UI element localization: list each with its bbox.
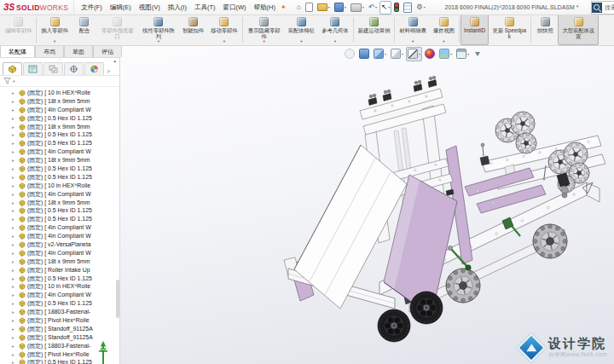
large-assembly-settings-button[interactable]: 大型装配体设置 (558, 14, 599, 45)
tree-item-13[interactable]: ▸(固定) [ 18t x 9mm 5mm (0, 199, 119, 207)
view-settings-button[interactable]: ▾ (455, 47, 471, 61)
view-orientation-dropdown-caret[interactable]: ▾ (402, 52, 403, 56)
featuremanager-design-tree-tab[interactable] (3, 62, 22, 75)
tree-item-5[interactable]: ▸(固定) [ 0.5 Hex ID 1.125 (0, 130, 119, 139)
view-settings-dropdown-caret[interactable]: ▾ (467, 52, 469, 56)
tree-scroll-up-icon[interactable]: ▲ (113, 59, 117, 63)
expand-arrow-icon[interactable]: ▸ (12, 183, 17, 188)
tree-item-20[interactable]: ▸(固定) [ 18t x 9mm 5mm (0, 257, 119, 266)
tree-item-3[interactable]: ▸(固定) [ 0.5 Hex ID 1.125 (0, 114, 119, 123)
tree-item-16[interactable]: ▸(固定) [ 4in Compliant W (0, 223, 119, 232)
tree-item-9[interactable]: ▸(固定) [ 0.5 Hex ID 1.125 (0, 165, 119, 173)
expand-arrow-icon[interactable]: ▸ (12, 292, 17, 298)
undo-dropdown-caret[interactable]: ▾ (375, 5, 377, 9)
assembly-3d-model[interactable] (119, 45, 614, 364)
expand-arrow-icon[interactable]: ▸ (12, 360, 17, 364)
expand-arrow-icon[interactable]: ▸ (12, 116, 17, 121)
show-hidden-components-button[interactable]: 显示隐藏零部件▾ (244, 14, 285, 45)
expand-arrow-icon[interactable]: ▸ (12, 132, 17, 137)
instantid-button[interactable]: InstantID (460, 14, 489, 45)
expand-arrow-icon[interactable]: ▸ (12, 200, 17, 205)
tree-item-18[interactable]: ▸(固定) [ v2-VersaPlaneta (0, 240, 119, 249)
menu-item-5[interactable]: 窗口(W) (223, 3, 246, 12)
assembly-features-button[interactable]: 装配体特征▾ (285, 14, 318, 45)
configurationmanager-tab[interactable] (43, 62, 63, 75)
mate-button[interactable]: 配合 (72, 14, 97, 45)
zoom-to-area-button[interactable] (357, 47, 371, 61)
move-component-button[interactable]: 移动零部件▾ (207, 14, 240, 45)
menu-item-3[interactable]: 插入(I) (168, 3, 187, 12)
expand-arrow-icon[interactable]: ▸ (12, 344, 17, 349)
print-button[interactable]: ▾ (349, 1, 366, 14)
tree-item-15[interactable]: ▸(固定) [ 0.5 Hex ID 1.125 (0, 215, 119, 223)
insert-components-dropdown-caret[interactable]: ▾ (54, 40, 55, 45)
tree-item-27[interactable]: ▸(固定) [ Pivot Hex^Rolle (0, 316, 119, 325)
expand-arrow-icon[interactable]: ▸ (12, 234, 17, 239)
expand-arrow-icon[interactable]: ▸ (12, 318, 17, 323)
expand-arrow-icon[interactable]: ▸ (12, 107, 17, 113)
tree-item-25[interactable]: ▸(固定) [ 0.5 Hex ID 1.125 (0, 299, 119, 308)
section-view-dropdown-caret[interactable]: ▾ (385, 52, 386, 56)
bill-of-materials-dropdown-caret[interactable]: ▾ (412, 40, 414, 45)
expand-arrow-icon[interactable]: ▸ (12, 242, 17, 247)
expand-arrow-icon[interactable]: ▸ (12, 225, 17, 230)
menu-item-4[interactable]: 工具(T) (194, 3, 216, 12)
tree-item-7[interactable]: ▸(固定) [ 4in Compliant W (0, 147, 119, 156)
expand-arrow-icon[interactable]: ▸ (12, 309, 17, 315)
tab-装配体[interactable]: 装配体 (0, 45, 35, 57)
bill-of-materials-button[interactable]: 材料明细表▾ (396, 14, 429, 45)
expand-arrow-icon[interactable]: ▸ (12, 276, 17, 281)
linear-component-pattern-dropdown-caret[interactable]: ▾ (158, 40, 159, 45)
undo-button[interactable]: ↶▾ (367, 1, 379, 14)
show-hidden-components-dropdown-caret[interactable]: ▾ (264, 40, 265, 45)
view-orientation-button[interactable]: ▾ (389, 47, 405, 61)
tree-filter-row[interactable]: ▾ (0, 75, 119, 87)
tree-item-0[interactable]: ▸(固定) [ 10 in HEX^Rolle (0, 89, 119, 97)
expand-arrow-icon[interactable]: ▸ (12, 284, 17, 289)
expand-arrow-icon[interactable]: ▸ (12, 192, 17, 197)
tree-item-24[interactable]: ▸(固定) [ 4in Compliant W (0, 291, 119, 299)
tree-item-14[interactable]: ▸(固定) [ 0.5 Hex ID 1.125 (0, 206, 119, 215)
tree-item-8[interactable]: ▸(固定) [ 18t x 9mm 5mm (0, 156, 119, 165)
zoom-to-fit-button[interactable] (343, 47, 356, 61)
tree-item-22[interactable]: ▸(固定) [ 0.5 Hex ID 1.125 (0, 274, 119, 283)
menu-item-1[interactable]: 编辑(E) (110, 3, 131, 12)
reference-geometry-dropdown-caret[interactable]: ▾ (334, 40, 336, 45)
expand-arrow-icon[interactable]: ▸ (12, 251, 17, 256)
expand-arrow-icon[interactable]: ▸ (12, 99, 17, 104)
reference-geometry-button[interactable]: 参考几何体▾ (318, 14, 351, 45)
tab-评估[interactable]: 评估 (93, 45, 122, 57)
update-speedpak-button[interactable]: 更新 Speedpak (489, 14, 530, 45)
expand-arrow-icon[interactable]: ▸ (12, 124, 17, 130)
expand-arrow-icon[interactable]: ▸ (12, 175, 17, 180)
expand-arrow-icon[interactable]: ▸ (12, 217, 17, 222)
expand-arrow-icon[interactable]: ▸ (12, 141, 17, 146)
displaymanager-tab[interactable] (84, 62, 104, 75)
tree-item-11[interactable]: ▸(固定) [ 10 in HEX^Rolle (0, 182, 119, 190)
pan-rotate-button[interactable] (472, 47, 484, 61)
apply-scene-button[interactable]: ▾ (437, 47, 454, 61)
save-button[interactable]: ▾ (333, 1, 348, 14)
tree-item-23[interactable]: ▸(固定) [ 10 in HEX^Rolle (0, 282, 119, 291)
tree-item-26[interactable]: ▸(固定) [ 18803-Fastenal- (0, 308, 119, 316)
exploded-view-dropdown-caret[interactable]: ▾ (443, 40, 444, 45)
tab-草图[interactable]: 草图 (64, 45, 93, 57)
tree-item-19[interactable]: ▸(固定) [ 4in Compliant W (0, 249, 119, 257)
expand-arrow-icon[interactable]: ▸ (12, 90, 17, 95)
tab-布局[interactable]: 布局 (35, 45, 64, 57)
pin-menu-icon[interactable]: ✦ (281, 3, 287, 11)
tree-item-10[interactable]: ▸(固定) [ 0.5 Hex ID 1.125 (0, 173, 119, 182)
tree-item-1[interactable]: ▸(固定) [ 18t x 9mm 5mm (0, 97, 119, 106)
new-document-button[interactable] (304, 1, 315, 14)
menu-item-0[interactable]: 文件(F) (81, 3, 102, 12)
display-style-dropdown-caret[interactable]: ▾ (419, 52, 420, 56)
menu-item-2[interactable]: 视图(V) (139, 3, 160, 12)
menu-item-6[interactable]: 帮助(H) (254, 3, 275, 12)
propertymanager-tab[interactable] (23, 62, 43, 75)
manager-tabs-overflow[interactable]: > (107, 68, 110, 75)
tree-item-28[interactable]: ▸(固定) [ Standoff_91125A (0, 325, 119, 333)
open-button[interactable]: ▾ (316, 1, 332, 14)
home-button[interactable]: ⌂ (295, 1, 303, 14)
section-view-button[interactable]: ▾ (372, 47, 388, 61)
tree-item-17[interactable]: ▸(固定) [ 4in Compliant W (0, 232, 119, 240)
